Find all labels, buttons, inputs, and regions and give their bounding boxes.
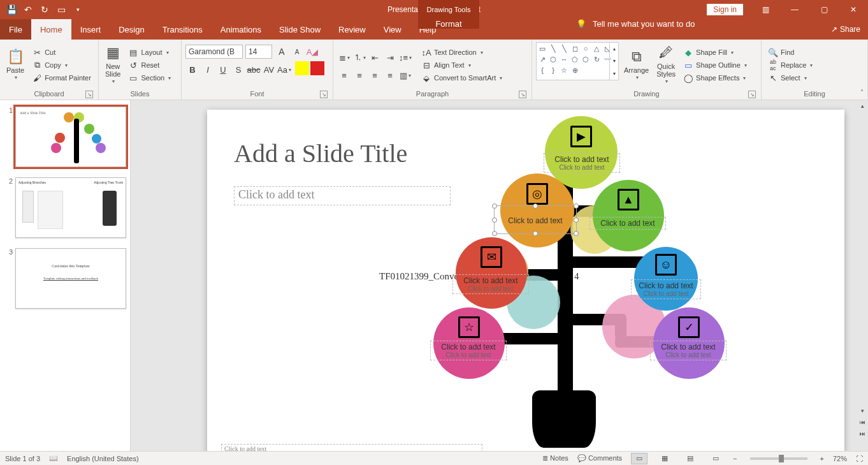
replace-button[interactable]: abacReplace [765,59,815,71]
strikethrough-button[interactable]: abc [247,63,261,77]
textbox-orange-selected[interactable]: Click to add text [494,205,577,234]
slide-canvas[interactable]: Add a Slide Title Click to add text Clic… [207,110,844,451]
italic-button[interactable]: I [201,63,215,77]
shape-outline-button[interactable]: ▭Shape Outline [681,59,749,71]
shape-fill-button[interactable]: ◆Shape Fill [681,47,749,58]
gallery-up-icon[interactable]: ▴ [610,43,618,55]
tell-me-search[interactable]: 💡 Tell me what you want to do [576,19,695,29]
tab-file[interactable]: File [0,19,31,40]
vertical-scrollbar[interactable]: ▴ ▾ ⏮ ⏭ [857,100,868,439]
font-color-button[interactable]: A [308,63,322,77]
zoom-slider[interactable] [750,457,807,460]
clipboard-launcher-icon[interactable]: ↘ [85,91,93,98]
start-from-beginning-icon[interactable]: ▭ [54,2,69,17]
underline-button[interactable]: U [216,63,230,77]
smartart-button[interactable]: ⬙Convert to SmartArt [419,72,505,84]
next-slide-icon[interactable]: ⏭ [857,428,868,439]
line-spacing-icon[interactable]: ↕≡ [398,50,412,64]
circle-red[interactable]: ✉ [456,237,527,309]
slide-title-placeholder[interactable]: Add a Slide Title [234,138,407,168]
slide-footer-placeholder[interactable]: Click to add text [221,444,482,451]
slide-subtitle-placeholder[interactable]: Click to add text [234,186,451,205]
increase-indent-icon[interactable]: ⇥ [383,50,397,64]
drawing-launcher-icon[interactable]: ↘ [748,91,756,98]
justify-icon[interactable]: ≡ [383,68,397,82]
circle-blue[interactable]: ☺ [634,247,698,311]
align-center-icon[interactable]: ≡ [352,68,366,82]
paragraph-launcher-icon[interactable]: ↘ [519,91,526,98]
highlight-button[interactable]: A [293,63,307,77]
language-status[interactable]: English (United States) [67,455,139,462]
change-case-button[interactable]: Aa [277,63,291,77]
notes-button[interactable]: ≣ Notes [542,454,568,462]
decrease-indent-icon[interactable]: ⇤ [368,50,382,64]
slide-thumbnail-panel[interactable]: 1 Add a Slide Title 2 Adjusting Branches [0,100,131,451]
grow-font-icon[interactable]: A [275,45,289,59]
zoom-in-icon[interactable]: + [820,455,824,462]
redo-icon[interactable]: ↻ [37,2,52,17]
thumbnail-2[interactable]: Adjusting Branches Adjusting Tree Trunk [15,177,126,238]
zoom-out-icon[interactable]: − [733,455,737,462]
zoom-percent[interactable]: 72% [833,455,847,462]
scroll-up-icon[interactable]: ▴ [857,100,868,112]
select-button[interactable]: ↖Select [765,72,815,84]
sorter-view-icon[interactable]: ▦ [656,453,673,464]
cut-button[interactable]: ✂Cut [29,47,94,58]
maximize-icon[interactable]: ▢ [809,0,839,19]
tree-base[interactable] [532,390,596,448]
thumb-slot-3[interactable]: 3 Customize this Template Template editi… [0,247,130,318]
thumb-slot-2[interactable]: 2 Adjusting Branches Adjusting Tree Trun… [0,176,130,247]
font-name-combo[interactable]: Garamond (B [185,45,243,59]
thumbnail-1[interactable]: Add a Slide Title [15,107,126,167]
quick-styles-button[interactable]: 🖉Quick Styles [654,42,678,88]
tab-insert[interactable]: Insert [71,19,110,40]
close-icon[interactable]: ✕ [839,0,868,19]
share-button[interactable]: ↗ Share [831,19,860,40]
numbering-button[interactable]: ⒈ [352,50,366,64]
format-painter-button[interactable]: 🖌Format Painter [29,72,94,84]
shadow-button[interactable]: S [231,63,245,77]
section-button[interactable]: ▭Section [126,72,173,84]
fit-to-window-icon[interactable]: ⛶ [856,455,863,462]
save-icon[interactable]: 💾 [4,2,19,17]
char-spacing-button[interactable]: AV↔ [262,63,276,77]
reading-view-icon[interactable]: ▤ [682,453,698,464]
layout-button[interactable]: ▤Layout [126,47,173,58]
copy-button[interactable]: ⧉Copy [29,59,94,71]
tab-review[interactable]: Review [329,19,375,40]
minimize-icon[interactable]: ― [780,0,809,19]
bullets-button[interactable]: ≣ [337,50,351,64]
font-size-combo[interactable]: 14 [245,45,272,59]
scroll-down-icon[interactable]: ▾ [857,405,868,417]
text-direction-button[interactable]: ↕AText Direction [419,47,505,58]
tab-animations[interactable]: Animations [212,19,270,40]
tab-slideshow[interactable]: Slide Show [270,19,329,40]
textbox-magenta[interactable]: Click to add textClick to add text [430,341,507,360]
tab-view[interactable]: View [375,19,410,40]
gallery-down-icon[interactable]: ▾ [610,55,618,67]
shrink-font-icon[interactable]: A [290,45,304,59]
slide-editor[interactable]: Add a Slide Title Click to add text Clic… [131,100,868,451]
sign-in-button[interactable]: Sign in [707,4,743,15]
align-left-icon[interactable]: ≡ [337,68,351,82]
arrange-button[interactable]: ⧉Arrange [621,42,651,88]
font-launcher-icon[interactable]: ↘ [320,91,328,98]
comments-button[interactable]: 💬 Comments [577,454,622,462]
textbox-purple[interactable]: Click to add textClick to add text [650,341,727,360]
ribbon-display-options-icon[interactable]: ▥ [751,0,780,19]
thumb-slot-1[interactable]: 1 Add a Slide Title [0,105,130,176]
reset-button[interactable]: ↺Reset [126,59,173,71]
textbox-red[interactable]: Click to add textClick to add text [452,274,529,294]
textbox-blue[interactable]: Click to add textClick to add text [631,279,701,299]
circle-green[interactable]: ▲ [593,180,664,251]
collapse-ribbon-icon[interactable]: ˄ [860,89,864,96]
prev-slide-icon[interactable]: ⏮ [857,417,868,428]
align-right-icon[interactable]: ≡ [368,68,382,82]
gallery-more-icon[interactable]: ▾ [610,68,618,80]
slideshow-view-icon[interactable]: ▭ [707,453,724,464]
clear-formatting-icon[interactable]: A◢ [305,45,319,59]
undo-icon[interactable]: ↶ [20,2,36,17]
normal-view-icon[interactable]: ▭ [631,453,647,464]
thumbnail-3[interactable]: Customize this Template Template editing… [15,248,126,309]
bold-button[interactable]: B [185,63,199,77]
